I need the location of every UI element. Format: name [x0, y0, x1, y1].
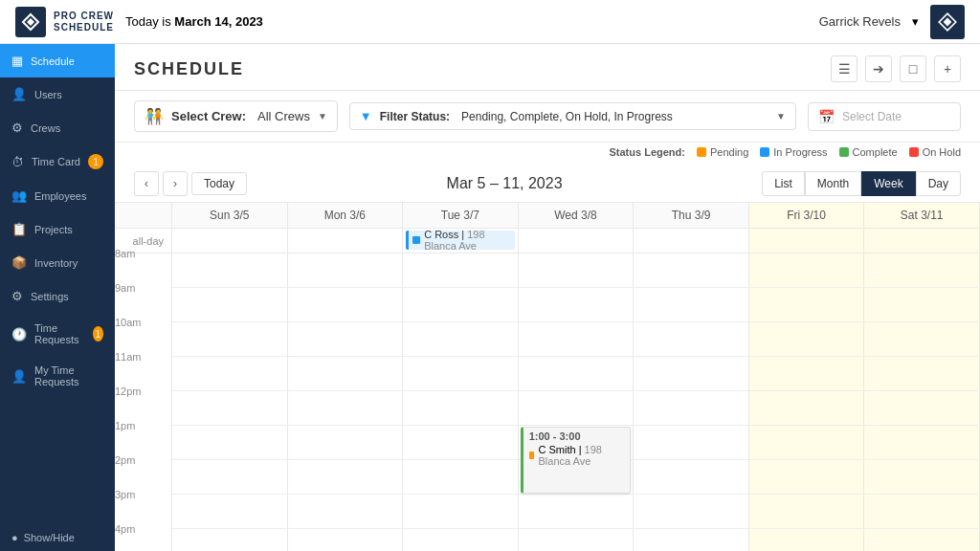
time-cell-4-7 — [634, 495, 749, 529]
logo-name: PRO CREW — [54, 11, 114, 22]
view-btn-month[interactable]: Month — [805, 171, 861, 196]
allday-cell-0 — [172, 229, 288, 253]
sidebar-icon-timecard: ⏱ — [11, 155, 24, 169]
time-cell-6-0 — [864, 253, 980, 288]
time-cell-5-2 — [749, 322, 865, 357]
page-header-actions: ☰ ➔ □ + — [831, 55, 961, 82]
filter-icon: ▼ — [360, 109, 372, 123]
prev-button[interactable]: ‹ — [134, 171, 159, 196]
time-cell-1-8 — [288, 529, 404, 551]
time-cell-0-6 — [172, 460, 288, 495]
allday-cell-1 — [288, 229, 404, 253]
time-cell-1-2 — [288, 322, 404, 357]
date-picker[interactable]: 📅 Select Date — [808, 102, 961, 131]
crew-select[interactable]: 🧑‍🤝‍🧑 Select Crew: All Crews ▼ — [134, 100, 338, 132]
sidebar-label-employees: Employees — [34, 190, 86, 202]
time-cell-6-1 — [864, 288, 980, 322]
user-chevron-icon[interactable]: ▾ — [912, 14, 919, 29]
header-date: Today is March 14, 2023 — [125, 14, 263, 29]
timed-event[interactable]: 1:00 - 3:00C Smith | 198 Blanca Ave — [521, 427, 632, 494]
main-content: SCHEDULE ☰ ➔ □ + 🧑‍🤝‍🧑 Select Crew: All … — [115, 44, 980, 551]
time-cell-5-3 — [749, 357, 865, 391]
legend-dot-complete — [839, 147, 849, 157]
time-cell-6-5 — [864, 426, 980, 460]
time-cell-4-8 — [634, 529, 749, 551]
sidebar-icon-projects: 📋 — [11, 222, 27, 236]
user-name[interactable]: Garrick Revels — [819, 14, 901, 29]
time-cell-4-6 — [634, 460, 749, 495]
time-cell-2-1 — [403, 288, 519, 322]
crew-icon: 🧑‍🤝‍🧑 — [145, 107, 164, 125]
add-icon[interactable]: □ — [900, 55, 926, 82]
mini-logo — [930, 5, 965, 39]
time-cell-5-8 — [749, 529, 865, 551]
sidebar-item-settings[interactable]: ⚙ Settings — [0, 279, 115, 313]
export-icon[interactable]: ➔ — [865, 55, 892, 82]
time-cell-0-8 — [172, 529, 288, 551]
app-header: PRO CREW SCHEDULE Today is March 14, 202… — [0, 0, 980, 44]
sidebar-icon-mytimerequests: 👤 — [11, 369, 27, 384]
time-cell-6-7 — [864, 495, 980, 529]
sidebar-label-projects: Projects — [34, 224, 73, 235]
sidebar-label-timerequests: Time Requests — [34, 322, 85, 345]
calendar-icon: 📅 — [818, 109, 835, 124]
sidebar-label-timecard: Time Card — [32, 156, 80, 167]
allday-cell-6 — [864, 229, 980, 253]
view-btn-day[interactable]: Day — [916, 171, 961, 196]
sidebar-item-schedule[interactable]: ▦ Schedule — [0, 44, 115, 77]
sidebar-item-users[interactable]: 👤 Users — [0, 77, 115, 111]
sidebar-item-inventory[interactable]: 📦 Inventory — [0, 246, 115, 279]
day-header-4: Thu 3/9 — [634, 203, 749, 229]
time-cell-2-8 — [403, 529, 519, 551]
time-cell-0-4 — [172, 391, 288, 426]
allday-event[interactable]: C Ross | 198 Blanca Ave — [406, 231, 515, 250]
time-cell-2-2 — [403, 322, 519, 357]
sidebar-item-mytimerequests[interactable]: 👤 My Time Requests — [0, 355, 115, 397]
day-header-2: Tue 3/7 — [403, 203, 519, 229]
time-cell-0-1 — [172, 288, 288, 322]
day-header-6: Sat 3/11 — [864, 203, 980, 229]
time-cell-1-5 — [288, 426, 404, 460]
time-label-2: 10am — [115, 317, 172, 351]
time-cell-1-6 — [288, 460, 404, 495]
view-btn-week[interactable]: Week — [861, 171, 915, 196]
plus-icon[interactable]: + — [934, 55, 961, 82]
show-hide[interactable]: ● Show/Hide — [0, 524, 115, 551]
next-button[interactable]: › — [163, 171, 188, 196]
calendar-container[interactable]: Sun 3/5Mon 3/6Tue 3/7Wed 3/8Thu 3/9Fri 3… — [115, 202, 980, 551]
time-label-0: 8am — [115, 248, 172, 282]
view-btn-list[interactable]: List — [762, 171, 805, 196]
sidebar-item-projects[interactable]: 📋 Projects — [0, 212, 115, 246]
time-label-4: 12pm — [115, 386, 172, 420]
time-cell-5-4 — [749, 391, 865, 426]
status-legend: Status Legend: PendingIn ProgressComplet… — [115, 143, 980, 165]
legend-dot-on hold — [909, 147, 919, 157]
allday-cell-3 — [519, 229, 635, 253]
sidebar-item-employees[interactable]: 👥 Employees — [0, 179, 115, 212]
date-placeholder: Select Date — [842, 110, 902, 123]
time-cell-6-4 — [864, 391, 980, 426]
sidebar-item-crews[interactable]: ⚙ Crews — [0, 111, 115, 144]
time-cell-4-0 — [634, 253, 749, 288]
sidebar-item-timerequests[interactable]: 🕐 Time Requests 1 — [0, 313, 115, 355]
sidebar-icon-timerequests: 🕐 — [11, 327, 27, 342]
calendar-nav: ‹ › Today Mar 5 – 11, 2023 ListMonthWeek… — [115, 165, 980, 202]
time-cell-3-8 — [519, 529, 635, 551]
filter-status[interactable]: ▼ Filter Status: Pending, Complete, On H… — [349, 102, 796, 130]
list-view-icon[interactable]: ☰ — [831, 55, 858, 82]
time-cell-0-2 — [172, 322, 288, 357]
time-cell-5-6 — [749, 460, 865, 495]
filter-bar: 🧑‍🤝‍🧑 Select Crew: All Crews ▼ ▼ Filter … — [115, 91, 980, 143]
allday-cell-2: C Ross | 198 Blanca Ave — [403, 229, 519, 253]
time-cell-3-5: 1:00 - 3:00C Smith | 198 Blanca Ave — [519, 426, 635, 460]
sidebar-item-timecard[interactable]: ⏱ Time Card 1 — [0, 144, 115, 179]
header-right: Garrick Revels ▾ — [819, 5, 965, 39]
today-button[interactable]: Today — [191, 172, 247, 195]
time-cell-6-8 — [864, 529, 980, 551]
time-cell-1-1 — [288, 288, 404, 322]
header-left: PRO CREW SCHEDULE Today is March 14, 202… — [15, 7, 263, 37]
sidebar-label-inventory: Inventory — [34, 257, 78, 269]
sidebar-label-crews: Crews — [31, 122, 60, 134]
time-cell-4-1 — [634, 288, 749, 322]
legend-item-in-progress: In Progress — [760, 146, 827, 158]
